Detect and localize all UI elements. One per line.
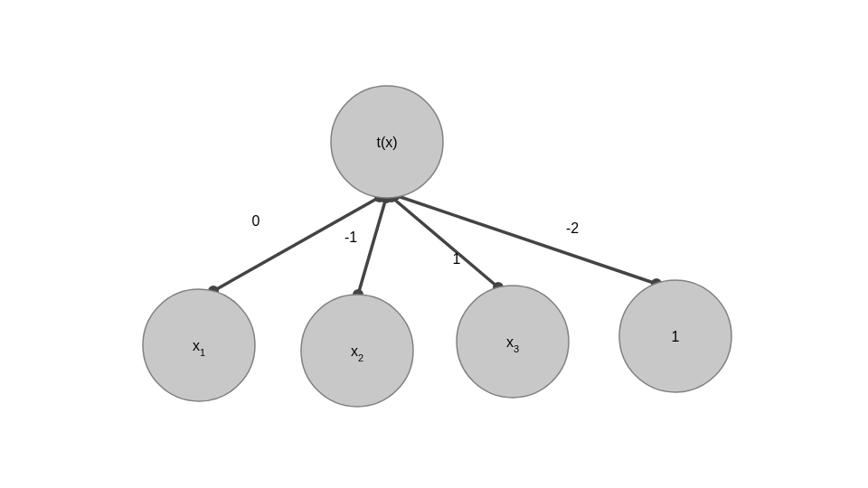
edge-label-x3: 1 [453, 251, 461, 267]
input-node-x1: x1 [143, 289, 255, 401]
edge-label-bias: -2 [566, 221, 579, 236]
edge-x2 [358, 198, 386, 295]
output-node-label: t(x) [376, 135, 397, 150]
input-node-x2: x2 [301, 295, 413, 407]
output-node: t(x) [331, 86, 443, 198]
edge-label-x2: -1 [344, 230, 357, 245]
input-node-x3: x3 [457, 286, 569, 398]
input-node-bias-label: 1 [672, 329, 680, 344]
input-node-bias: 1 [619, 280, 731, 392]
edge-bias [395, 195, 656, 284]
input-nodes-group: x1 x2 x3 1 [143, 280, 731, 407]
neural-network-diagram: t(x) x1 x2 x3 1 [0, 0, 868, 488]
edges-group [208, 190, 662, 300]
edge-label-x1: 0 [252, 213, 260, 229]
